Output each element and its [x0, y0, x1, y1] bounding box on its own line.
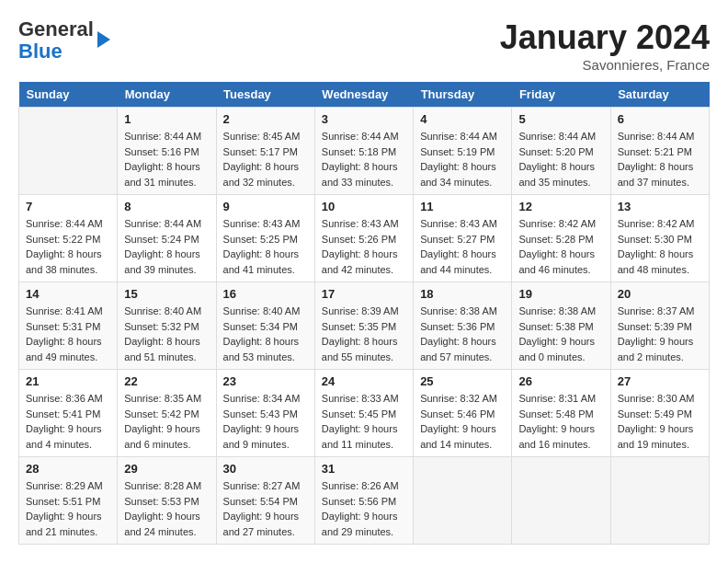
daylight-text-line1: Daylight: 8 hours	[420, 159, 505, 175]
day-number: 2	[223, 112, 308, 126]
sunset-text: Sunset: 5:20 PM	[518, 144, 603, 160]
logo-arrow-icon	[97, 31, 110, 48]
day-info: Sunrise: 8:38 AMSunset: 5:36 PMDaylight:…	[420, 304, 505, 364]
daylight-text-line1: Daylight: 8 hours	[124, 334, 209, 350]
day-info: Sunrise: 8:41 AMSunset: 5:31 PMDaylight:…	[26, 304, 110, 364]
day-info: Sunrise: 8:39 AMSunset: 5:35 PMDaylight:…	[322, 304, 406, 364]
sunset-text: Sunset: 5:46 PM	[420, 407, 505, 422]
daylight-text-line1: Daylight: 9 hours	[223, 509, 308, 524]
calendar-week-4: 21Sunrise: 8:36 AMSunset: 5:41 PMDayligh…	[19, 370, 710, 457]
day-info: Sunrise: 8:42 AMSunset: 5:28 PMDaylight:…	[518, 216, 603, 277]
day-info: Sunrise: 8:44 AMSunset: 5:16 PMDaylight:…	[124, 129, 209, 190]
day-header-saturday: Saturday	[610, 82, 709, 108]
daylight-text-line2: and 37 minutes.	[618, 175, 702, 190]
calendar-cell: 9Sunrise: 8:43 AMSunset: 5:25 PMDaylight…	[216, 195, 314, 282]
sunset-text: Sunset: 5:30 PM	[618, 232, 702, 247]
sunrise-text: Sunrise: 8:26 AM	[322, 478, 406, 494]
day-number: 11	[420, 200, 505, 213]
daylight-text-line2: and 51 minutes.	[124, 350, 209, 365]
sunrise-text: Sunrise: 8:44 AM	[518, 129, 603, 144]
sunrise-text: Sunrise: 8:43 AM	[322, 216, 406, 232]
daylight-text-line1: Daylight: 8 hours	[322, 159, 406, 175]
daylight-text-line1: Daylight: 9 hours	[618, 334, 702, 350]
daylight-text-line2: and 16 minutes.	[518, 437, 603, 453]
daylight-text-line1: Daylight: 8 hours	[124, 247, 209, 262]
calendar-cell	[512, 457, 610, 545]
daylight-text-line2: and 19 minutes.	[618, 437, 702, 453]
sunrise-text: Sunrise: 8:45 AM	[223, 129, 308, 144]
calendar-cell: 27Sunrise: 8:30 AMSunset: 5:49 PMDayligh…	[610, 370, 709, 457]
sunrise-text: Sunrise: 8:44 AM	[124, 216, 209, 232]
day-number: 24	[322, 374, 406, 388]
calendar-cell: 2Sunrise: 8:45 AMSunset: 5:17 PMDaylight…	[216, 108, 314, 195]
day-info: Sunrise: 8:43 AMSunset: 5:26 PMDaylight:…	[322, 216, 406, 277]
day-number: 19	[518, 287, 603, 301]
day-number: 17	[322, 287, 406, 301]
day-number: 26	[518, 374, 603, 388]
sunrise-text: Sunrise: 8:35 AM	[124, 391, 209, 407]
sunrise-text: Sunrise: 8:42 AM	[618, 216, 702, 232]
sunset-text: Sunset: 5:51 PM	[26, 494, 110, 510]
day-info: Sunrise: 8:45 AMSunset: 5:17 PMDaylight:…	[223, 129, 308, 190]
day-info: Sunrise: 8:44 AMSunset: 5:20 PMDaylight:…	[518, 129, 603, 190]
day-header-monday: Monday	[118, 82, 216, 108]
calendar-cell: 19Sunrise: 8:38 AMSunset: 5:38 PMDayligh…	[512, 282, 610, 370]
logo: General Blue	[18, 18, 110, 63]
daylight-text-line2: and 11 minutes.	[322, 437, 406, 453]
calendar-cell: 8Sunrise: 8:44 AMSunset: 5:24 PMDaylight…	[118, 195, 216, 282]
sunrise-text: Sunrise: 8:44 AM	[618, 129, 702, 144]
calendar-cell: 7Sunrise: 8:44 AMSunset: 5:22 PMDaylight…	[19, 195, 118, 282]
calendar-cell: 6Sunrise: 8:44 AMSunset: 5:21 PMDaylight…	[610, 108, 709, 195]
sunset-text: Sunset: 5:19 PM	[420, 144, 505, 160]
day-info: Sunrise: 8:40 AMSunset: 5:34 PMDaylight:…	[223, 304, 308, 364]
sunset-text: Sunset: 5:31 PM	[26, 319, 110, 335]
sunset-text: Sunset: 5:25 PM	[223, 232, 308, 247]
calendar-cell: 16Sunrise: 8:40 AMSunset: 5:34 PMDayligh…	[216, 282, 314, 370]
logo-general: General	[18, 17, 94, 40]
daylight-text-line1: Daylight: 8 hours	[518, 159, 603, 175]
page-header: General Blue January 2024 Savonnieres, F…	[18, 18, 710, 73]
logo-blue: Blue	[18, 40, 63, 63]
daylight-text-line2: and 46 minutes.	[518, 262, 603, 278]
sunset-text: Sunset: 5:32 PM	[124, 319, 209, 335]
day-info: Sunrise: 8:31 AMSunset: 5:48 PMDaylight:…	[518, 391, 603, 452]
calendar-cell: 13Sunrise: 8:42 AMSunset: 5:30 PMDayligh…	[610, 195, 709, 282]
daylight-text-line1: Daylight: 8 hours	[26, 247, 110, 262]
daylight-text-line1: Daylight: 8 hours	[618, 247, 702, 262]
day-info: Sunrise: 8:44 AMSunset: 5:24 PMDaylight:…	[124, 216, 209, 277]
daylight-text-line2: and 24 minutes.	[124, 524, 209, 540]
day-number: 4	[420, 112, 505, 126]
sunset-text: Sunset: 5:17 PM	[223, 144, 308, 160]
daylight-text-line2: and 29 minutes.	[322, 524, 406, 540]
calendar-cell: 15Sunrise: 8:40 AMSunset: 5:32 PMDayligh…	[118, 282, 216, 370]
daylight-text-line1: Daylight: 9 hours	[420, 421, 505, 437]
daylight-text-line1: Daylight: 8 hours	[223, 247, 308, 262]
sunset-text: Sunset: 5:45 PM	[322, 407, 406, 422]
day-number: 27	[618, 374, 702, 388]
calendar-cell: 28Sunrise: 8:29 AMSunset: 5:51 PMDayligh…	[19, 457, 118, 545]
calendar-cell: 21Sunrise: 8:36 AMSunset: 5:41 PMDayligh…	[19, 370, 118, 457]
daylight-text-line2: and 44 minutes.	[420, 262, 505, 278]
daylight-text-line2: and 34 minutes.	[420, 175, 505, 190]
sunset-text: Sunset: 5:18 PM	[322, 144, 406, 160]
calendar-cell: 11Sunrise: 8:43 AMSunset: 5:27 PMDayligh…	[414, 195, 512, 282]
calendar-week-3: 14Sunrise: 8:41 AMSunset: 5:31 PMDayligh…	[19, 282, 710, 370]
day-number: 8	[124, 200, 209, 213]
day-number: 5	[518, 112, 603, 126]
daylight-text-line1: Daylight: 8 hours	[420, 334, 505, 350]
day-header-tuesday: Tuesday	[216, 82, 314, 108]
calendar-cell	[19, 108, 118, 195]
calendar-cell: 14Sunrise: 8:41 AMSunset: 5:31 PMDayligh…	[19, 282, 118, 370]
day-info: Sunrise: 8:44 AMSunset: 5:18 PMDaylight:…	[322, 129, 406, 190]
calendar-cell: 20Sunrise: 8:37 AMSunset: 5:39 PMDayligh…	[610, 282, 709, 370]
sunset-text: Sunset: 5:22 PM	[26, 232, 110, 247]
calendar-table: SundayMondayTuesdayWednesdayThursdayFrid…	[18, 82, 710, 545]
daylight-text-line2: and 4 minutes.	[26, 437, 110, 453]
daylight-text-line1: Daylight: 9 hours	[518, 334, 603, 350]
calendar-cell: 24Sunrise: 8:33 AMSunset: 5:45 PMDayligh…	[314, 370, 413, 457]
daylight-text-line1: Daylight: 8 hours	[322, 334, 406, 350]
daylight-text-line2: and 57 minutes.	[420, 350, 505, 365]
calendar-cell: 22Sunrise: 8:35 AMSunset: 5:42 PMDayligh…	[118, 370, 216, 457]
calendar-cell	[414, 457, 512, 545]
sunset-text: Sunset: 5:34 PM	[223, 319, 308, 335]
